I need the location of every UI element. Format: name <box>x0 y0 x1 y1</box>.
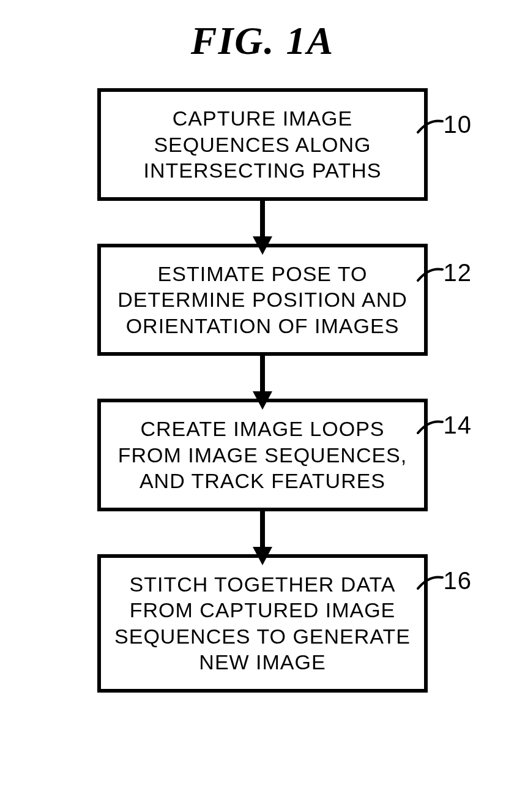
flowchart: CAPTURE IMAGE SEQUENCES ALONG INTERSECTI… <box>70 88 455 693</box>
leader-curve-icon <box>417 266 444 283</box>
step-box-3: CREATE IMAGE LOOPS FROM IMAGE SEQUENCES,… <box>97 399 428 511</box>
leader-curve-icon <box>417 118 444 135</box>
step-text-3: CREATE IMAGE LOOPS FROM IMAGE SEQUENCES,… <box>118 417 408 492</box>
step-text-1: CAPTURE IMAGE SEQUENCES ALONG INTERSECTI… <box>144 107 382 182</box>
ref-label-4: 16 <box>444 565 472 596</box>
step-box-4: STITCH TOGETHER DATA FROM CAPTURED IMAGE… <box>97 554 428 693</box>
ref-number-1: 10 <box>444 111 472 138</box>
ref-label-1: 10 <box>444 109 472 140</box>
leader-curve-icon <box>417 574 444 591</box>
ref-label-3: 14 <box>444 410 472 440</box>
figure-title: FIG. 1A <box>0 18 525 64</box>
ref-number-2: 12 <box>444 259 472 286</box>
leader-curve-icon <box>417 418 444 435</box>
ref-number-3: 14 <box>444 412 472 438</box>
step-box-2: ESTIMATE POSE TO DETERMINE POSITION AND … <box>97 244 428 356</box>
ref-label-2: 12 <box>444 257 472 288</box>
step-box-1: CAPTURE IMAGE SEQUENCES ALONG INTERSECTI… <box>97 88 428 201</box>
ref-number-4: 16 <box>444 567 472 594</box>
step-text-4: STITCH TOGETHER DATA FROM CAPTURED IMAGE… <box>114 573 411 674</box>
step-text-2: ESTIMATE POSE TO DETERMINE POSITION AND … <box>117 262 408 337</box>
figure-page: FIG. 1A CAPTURE IMAGE SEQUENCES ALONG IN… <box>0 0 525 812</box>
